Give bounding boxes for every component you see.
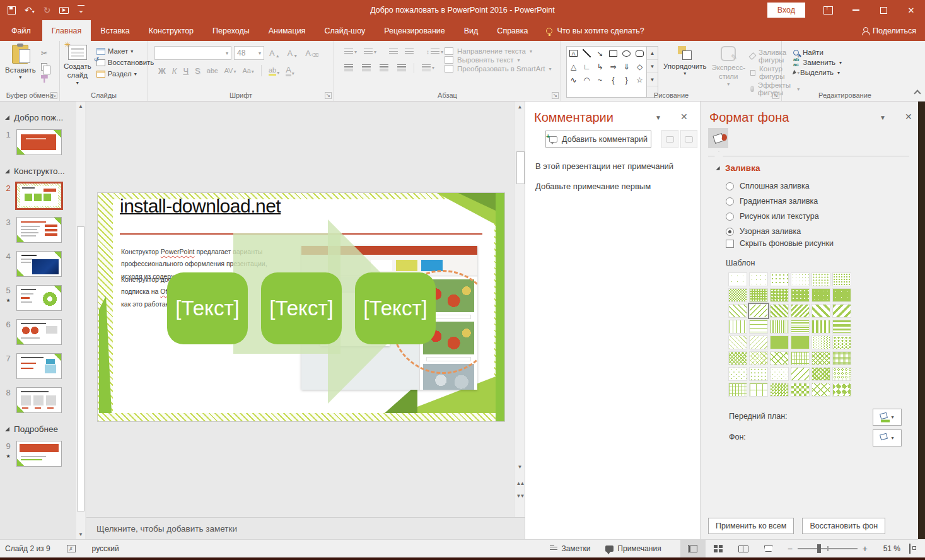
zoom-slider[interactable] [798, 544, 858, 553]
text-placeholder-box[interactable]: [Текст] [355, 272, 436, 344]
tab-Вставка[interactable]: Вставка [91, 20, 139, 41]
justify-icon[interactable] [395, 62, 409, 73]
shape-block-arrow-down-icon[interactable]: ⇓ [620, 60, 633, 73]
pattern-swatch[interactable] [812, 383, 830, 396]
scroll-down-icon[interactable]: ▼ [76, 530, 85, 539]
slide-row[interactable]: 6 [0, 317, 86, 351]
zoom-level[interactable]: 51 % [874, 544, 900, 553]
shape-elbow-arrow-icon[interactable]: ↳ [593, 60, 607, 73]
pattern-swatch[interactable] [791, 289, 809, 301]
shapes-scroll-up-icon[interactable]: ▲ [647, 47, 658, 60]
change-case-button[interactable]: Aa▾ [240, 66, 256, 76]
zoom-slider-handle[interactable] [817, 544, 821, 553]
shape-block-arrow-right-icon[interactable]: ⇒ [607, 60, 620, 73]
reset-background-button[interactable]: Восстановить фон [802, 518, 885, 534]
tab-Слайд-шоу[interactable]: Слайд-шоу [315, 20, 375, 41]
pattern-swatch[interactable] [812, 273, 830, 286]
pattern-swatch[interactable] [771, 368, 788, 380]
slide-thumbnail[interactable] [16, 129, 62, 155]
pattern-swatch[interactable] [750, 368, 767, 380]
fill-option[interactable]: Сплошная заливка [726, 178, 819, 194]
clear-formatting-icon[interactable]: А⌫ [303, 47, 321, 59]
slide-thumbnail[interactable] [16, 387, 62, 413]
section-header[interactable]: Конструкто... [0, 161, 86, 181]
pattern-swatch[interactable] [771, 383, 788, 396]
section-button[interactable]: Раздел▾ [96, 70, 154, 78]
slide-thumbnail[interactable] [16, 251, 62, 277]
replace-button[interactable]: abacЗаменить▾ [793, 57, 908, 67]
shape-textbox-icon[interactable]: A [567, 47, 580, 60]
pattern-swatch[interactable] [771, 305, 788, 317]
pattern-swatch[interactable] [729, 352, 747, 365]
find-button[interactable]: Найти [793, 49, 908, 56]
underline-button[interactable]: Ч [180, 65, 191, 77]
pattern-swatch[interactable] [750, 352, 767, 365]
pattern-swatch[interactable] [833, 289, 851, 301]
pattern-swatch[interactable] [812, 320, 830, 333]
pattern-swatch[interactable] [771, 336, 788, 349]
text-shadow-button[interactable]: S [192, 65, 203, 77]
slide-thumbnail[interactable] [16, 285, 62, 311]
strikethrough-button[interactable]: abc [204, 66, 221, 76]
fill-section-header[interactable]: Заливка [716, 163, 760, 173]
shape-brace-right-icon[interactable]: } [620, 73, 633, 86]
pattern-swatch[interactable] [729, 305, 747, 317]
text-placeholder-box[interactable]: [Текст] [167, 272, 248, 344]
slide-row[interactable]: 2 [0, 181, 86, 215]
undo-icon[interactable]: ↶▾ [25, 6, 35, 15]
shape-arc-icon[interactable]: ◠ [580, 73, 593, 86]
share-button[interactable]: Поделиться [862, 20, 916, 41]
tab-Главная[interactable]: Главная [42, 20, 91, 41]
text-highlight-button[interactable]: ab▾ [266, 65, 282, 77]
align-text-button[interactable]: Выровнять текст▾ [445, 56, 552, 64]
normal-view-button[interactable] [680, 540, 706, 557]
columns-button[interactable]: ▾ [419, 62, 437, 73]
redo-icon[interactable]: ↻ [44, 6, 51, 15]
text-placeholder-box[interactable]: [Текст] [261, 272, 342, 344]
numbering-button[interactable]: ▾ [361, 47, 379, 57]
slide-thumbnail[interactable] [16, 183, 62, 209]
sign-in-button[interactable]: Вход [767, 3, 805, 18]
shape-scribble-icon[interactable]: ∿ [567, 73, 580, 86]
slide-thumbnail[interactable] [16, 217, 62, 243]
previous-slide-icon[interactable]: ▲▲ [515, 479, 525, 488]
tab-Рецензирование[interactable]: Рецензирование [375, 20, 455, 41]
align-left-icon[interactable] [342, 62, 356, 73]
previous-comment-button[interactable] [661, 130, 678, 148]
shape-elbow-icon[interactable]: ∟ [580, 60, 593, 73]
convert-smartart-button[interactable]: Преобразовать в SmartArt▾ [445, 65, 552, 73]
scroll-up-icon[interactable]: ▲ [76, 102, 85, 111]
align-center-icon[interactable] [359, 62, 373, 73]
slide-row[interactable]: 9★ [0, 439, 86, 473]
slide-sorter-view-button[interactable] [706, 540, 731, 557]
reading-view-button[interactable] [731, 540, 756, 557]
shapes-more-icon[interactable]: ▼ [647, 73, 658, 86]
bullets-button[interactable]: ▾ [342, 47, 359, 57]
new-slide-button[interactable]: Создать слайд ▾ [64, 45, 91, 86]
thumbnail-scrollbar[interactable]: ▲ ▼ [76, 102, 85, 539]
pattern-swatch[interactable] [729, 336, 747, 349]
tab-Конструктор[interactable]: Конструктор [139, 20, 203, 41]
pattern-swatch[interactable] [750, 273, 767, 286]
foreground-color-button[interactable]: ▾ [873, 409, 902, 426]
pattern-swatch[interactable] [729, 368, 747, 380]
notes-toggle-button[interactable]: Заметки [542, 540, 598, 557]
increase-indent-icon[interactable] [402, 47, 416, 57]
layout-button[interactable]: Макет▾ [96, 47, 154, 55]
slideshow-view-button[interactable] [756, 540, 781, 557]
slide-row[interactable]: 7 [0, 351, 86, 385]
dialog-launcher-icon[interactable]: ↘ [50, 92, 57, 99]
apply-to-all-button[interactable]: Применить ко всем [708, 518, 794, 534]
next-slide-icon[interactable]: ▼▼ [515, 491, 525, 501]
fill-option[interactable]: Градиентная заливка [726, 194, 819, 209]
dialog-launcher-icon[interactable]: ↘ [772, 92, 779, 99]
slide-row[interactable]: 4 [0, 249, 86, 283]
font-color-button[interactable]: A▾ [283, 64, 297, 78]
pattern-swatch[interactable] [791, 352, 809, 365]
pattern-swatch[interactable] [750, 289, 767, 301]
notes-placeholder[interactable]: Щелкните, чтобы добавить заметки [86, 517, 525, 539]
slide-row[interactable]: 3 [0, 215, 86, 249]
shape-triangle-icon[interactable]: △ [567, 60, 580, 73]
section-header[interactable]: Добро пож... [0, 108, 86, 127]
slide-row[interactable]: 5★ [0, 283, 86, 317]
